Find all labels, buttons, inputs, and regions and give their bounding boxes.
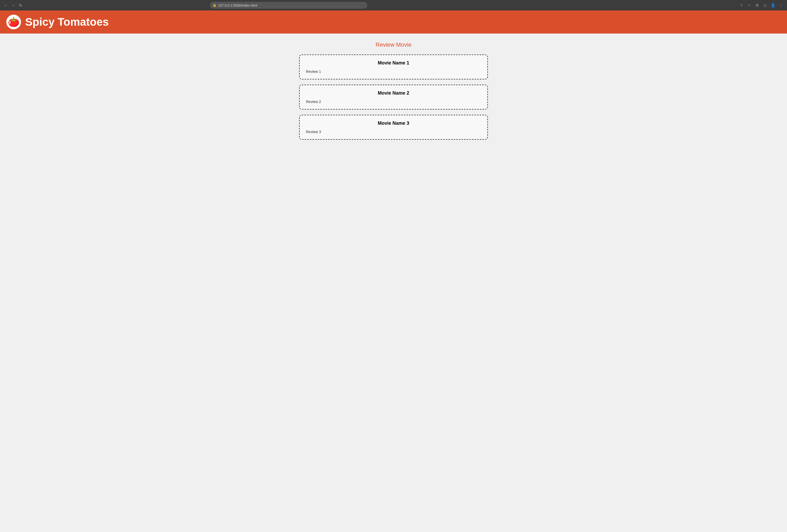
forward-button[interactable]: → [10,3,16,8]
movie-review-1: Review 1 [306,69,481,74]
movies-list: Movie Name 1 Review 1 Movie Name 2 Revie… [299,54,488,140]
reload-button[interactable]: ↻ [18,3,23,8]
logo-container: 🍅 [6,15,21,29]
movie-review-3: Review 3 [306,130,481,134]
movie-card-2[interactable]: Movie Name 2 Review 2 [299,85,488,110]
movie-name-3: Movie Name 3 [306,120,481,126]
back-button[interactable]: ← [3,3,8,8]
extensions-button[interactable]: ⚙ [754,2,760,8]
bookmark-button[interactable]: ☆ [747,2,752,8]
share-button[interactable]: ⇧ [739,2,745,8]
url-text: 127.0.0.1:5500/index.html [218,3,257,7]
movie-review-2: Review 2 [306,99,481,104]
movie-card-3[interactable]: Movie Name 3 Review 3 [299,115,488,140]
address-bar[interactable]: 🔒 127.0.0.1:5500/index.html [210,2,367,9]
profile-button[interactable]: 👤 [770,2,776,8]
app-header: 🍅 Spicy Tomatoes [0,10,787,34]
browser-chrome: ← → ↻ 🔒 127.0.0.1:5500/index.html ⇧ ☆ ⚙ … [0,0,787,10]
lock-icon: 🔒 [213,3,216,7]
menu-button[interactable]: ⋮ [778,2,784,8]
movie-name-2: Movie Name 2 [306,90,481,96]
tomato-icon: 🍅 [8,17,20,27]
movie-name-1: Movie Name 1 [306,60,481,66]
main-content: Review Movie Movie Name 1 Review 1 Movie… [0,34,787,148]
window-button[interactable]: ◻ [762,2,768,8]
app-title: Spicy Tomatoes [25,16,109,28]
movie-card-1[interactable]: Movie Name 1 Review 1 [299,54,488,80]
browser-actions: ⇧ ☆ ⚙ ◻ 👤 ⋮ [739,2,784,8]
page-heading: Review Movie [376,41,411,48]
